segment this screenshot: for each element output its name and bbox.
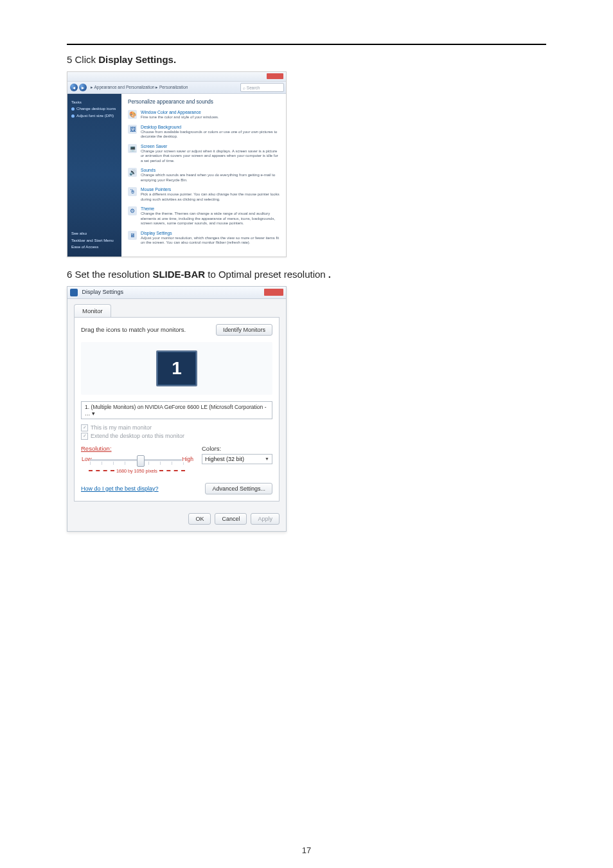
item-link[interactable]: Desktop Background	[141, 125, 181, 129]
sidebar-taskbar-link[interactable]: Taskbar and Start Menu	[71, 238, 118, 242]
tab-monitor[interactable]: Monitor	[74, 304, 111, 317]
step-6: 6 Set the resolution SLIDE-BAR to Optima…	[67, 269, 546, 280]
checkbox-icon: ✓	[81, 424, 88, 431]
window-close-icon[interactable]	[267, 73, 283, 79]
checkbox-main-monitor: ✓ This is my main monitor	[81, 424, 272, 431]
step5-bold: Display Settings.	[98, 54, 176, 65]
sounds-icon: 🔊	[128, 168, 137, 177]
apply-button[interactable]: Apply	[251, 513, 280, 525]
item-desc: Fine tune the color and style of your wi…	[141, 115, 219, 120]
window-titlebar	[67, 72, 286, 82]
item-desktop-background[interactable]: 🖼 Desktop Background Choose from availab…	[128, 125, 280, 140]
item-desc: Adjust your monitor resolution, which ch…	[141, 236, 280, 246]
sidebar-change-desktop-icons[interactable]: Change desktop icons	[71, 106, 118, 111]
nav-forward-button[interactable]: ►	[79, 84, 87, 91]
help-link[interactable]: How do I get the best display?	[81, 485, 159, 492]
page-title: Personalize appearance and sounds	[128, 99, 280, 105]
step6-dot: .	[328, 269, 331, 280]
ok-button[interactable]: OK	[188, 513, 211, 525]
personalization-main: Personalize appearance and sounds 🎨 Wind…	[121, 94, 286, 257]
step6-bold: SLIDE-BAR	[152, 269, 205, 280]
dialog-titlebar: Display Settings	[67, 287, 286, 299]
item-link[interactable]: Screen Saver	[141, 144, 167, 149]
item-link[interactable]: Sounds	[141, 168, 155, 172]
slider-thumb[interactable]	[137, 455, 145, 467]
sidebar: Tasks Change desktop icons Adjust font s…	[67, 94, 121, 257]
item-link[interactable]: Mouse Pointers	[141, 187, 171, 192]
desktop-bg-icon: 🖼	[128, 125, 137, 134]
sidebar-ease-link[interactable]: Ease of Access	[71, 244, 118, 249]
dialog-panel: Drag the icons to match your monitors. I…	[74, 317, 280, 502]
step6-pre: Set the resolution	[72, 269, 152, 280]
screenshot-personalization: ◄ ► ▸ Appearance and Personalization ▸ P…	[67, 71, 287, 257]
app-icon	[70, 289, 78, 296]
slider-high-label: High	[182, 456, 194, 462]
item-desc: Change your screen saver or adjust when …	[141, 149, 280, 164]
mouse-icon: 🖱	[128, 187, 137, 196]
identify-monitors-button[interactable]: Identify Monitors	[216, 324, 272, 336]
item-desc: Change the theme. Themes can change a wi…	[141, 212, 280, 226]
theme-icon: ⚙	[128, 206, 137, 215]
checkbox-extend-desktop: ✓ Extend the desktop onto this monitor	[81, 433, 272, 440]
colors-dropdown[interactable]: Highest (32 bit) ▼	[202, 454, 272, 464]
page-number: 17	[0, 845, 613, 855]
item-desc: Change which sounds are heard when you d…	[141, 173, 280, 183]
search-input[interactable]: ⌕ Search	[240, 83, 284, 92]
explorer-navbar: ◄ ► ▸ Appearance and Personalization ▸ P…	[67, 82, 286, 94]
step6-mid: to Optimal preset resolution	[205, 269, 328, 280]
item-link[interactable]: Theme	[141, 206, 154, 211]
checkbox-icon: ✓	[81, 433, 88, 440]
advanced-settings-button[interactable]: Advanced Settings...	[205, 483, 272, 494]
item-screen-saver[interactable]: 💻 Screen Saver Change your screen saver …	[128, 144, 280, 164]
colors-label: Colors:	[202, 445, 272, 452]
chevron-down-icon: ▼	[265, 457, 269, 461]
monitor-thumbnail[interactable]: 1	[156, 350, 197, 386]
item-sounds[interactable]: 🔊 Sounds Change which sounds are heard w…	[128, 168, 280, 183]
breadcrumb[interactable]: ▸ Appearance and Personalization ▸ Perso…	[87, 85, 240, 90]
monitor-select[interactable]: 1. (Multiple Monitors) on NVIDIA GeForce…	[81, 401, 272, 419]
resolution-label: Resolution:	[81, 445, 193, 452]
resolution-caption: 1680 by 1050 pixels	[81, 468, 193, 474]
screensaver-icon: 💻	[128, 144, 137, 153]
item-theme[interactable]: ⚙ Theme Change the theme. Themes can cha…	[128, 206, 280, 226]
item-window-color[interactable]: 🎨 Window Color and Appearance Fine tune …	[128, 110, 280, 120]
item-display-settings[interactable]: 🖥 Display Settings Adjust your monitor r…	[128, 231, 280, 246]
dialog-tabs: Monitor	[67, 299, 286, 317]
resolution-slider[interactable]: Low High	[84, 454, 190, 469]
nav-back-button[interactable]: ◄	[70, 84, 78, 91]
window-color-icon: 🎨	[128, 110, 137, 119]
item-desc: Pick a different mouse pointer. You can …	[141, 192, 280, 202]
monitor-preview-area[interactable]: 1	[81, 342, 272, 395]
window-close-icon[interactable]	[264, 289, 283, 296]
item-desc: Choose from available backgrounds or col…	[141, 130, 280, 140]
sidebar-heading: Tasks	[71, 100, 118, 104]
step-5: 5 Click Display Settings.	[67, 54, 546, 65]
dialog-footer: OK Cancel Apply	[67, 508, 286, 531]
sidebar-see-also: See also	[71, 231, 118, 235]
item-mouse-pointers[interactable]: 🖱 Mouse Pointers Pick a different mouse …	[128, 187, 280, 202]
step5-pre: Click	[72, 54, 98, 65]
sidebar-adjust-font-size[interactable]: Adjust font size (DPI)	[71, 113, 118, 118]
dialog-title: Display Settings	[82, 289, 124, 295]
search-icon: ⌕	[243, 86, 245, 90]
item-link[interactable]: Display Settings	[141, 231, 172, 235]
cancel-button[interactable]: Cancel	[215, 513, 247, 525]
item-link[interactable]: Window Color and Appearance	[141, 110, 201, 114]
colors-value: Highest (32 bit)	[205, 456, 244, 462]
monitor-number: 1	[172, 358, 182, 379]
screenshot-display-settings: Display Settings Monitor Drag the icons …	[67, 286, 287, 532]
display-icon: 🖥	[128, 231, 137, 240]
drag-instruction: Drag the icons to match your monitors.	[81, 326, 186, 333]
